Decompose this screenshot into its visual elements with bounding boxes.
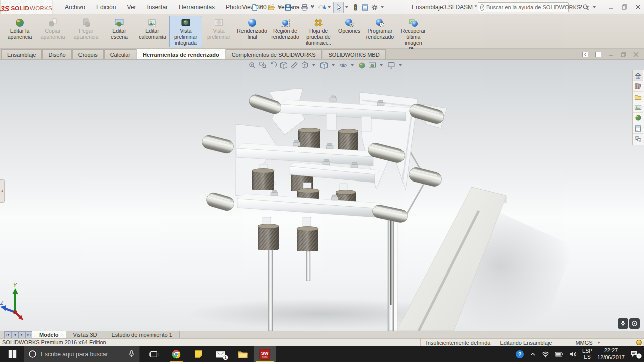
tab-calcular[interactable]: Calcular <box>104 49 136 59</box>
doc-restore-button[interactable] <box>621 50 626 59</box>
tab-diseno[interactable]: Diseño <box>42 49 71 59</box>
zoom-to-fit-button[interactable] <box>248 61 257 70</box>
microphone-icon[interactable] <box>128 350 135 358</box>
options-button[interactable] <box>370 2 379 13</box>
taskbar-sticky-notes[interactable] <box>187 346 209 362</box>
units-selector[interactable]: MMGS <box>556 339 621 346</box>
tab-scroll-3[interactable]: ►| <box>25 331 32 338</box>
help-tray-icon[interactable]: ? <box>515 350 524 359</box>
view-settings-button[interactable] <box>387 61 396 70</box>
view-settings-caret[interactable] <box>399 64 402 66</box>
ribbon-button-pegar-apariencia[interactable]: Pegar apariencia <box>69 16 103 42</box>
file-properties-button[interactable] <box>360 2 370 13</box>
graphics-area[interactable]: Y Z <box>0 60 644 331</box>
doc-minimize-button[interactable] <box>608 50 614 59</box>
taskbar-file-explorer[interactable] <box>231 346 254 362</box>
zoom-to-area-button[interactable] <box>258 61 267 70</box>
help-search-box[interactable]: ? Buscar en la ayuda de SOLIDWORKS <box>478 2 569 12</box>
taskpane-design-library[interactable] <box>633 81 643 92</box>
model-tab-estudio-de-movimiento-1[interactable]: Estudio de movimiento 1 <box>104 331 179 338</box>
taskpane-solidworks-resources[interactable] <box>633 70 643 81</box>
taskpane-file-explorer[interactable] <box>633 92 643 102</box>
ribbon-button-editar-la-apariencia[interactable]: Editar la apariencia <box>3 16 36 42</box>
ribbon-button-renderizado-final[interactable]: Renderizado final <box>235 16 269 42</box>
view-orientation-button[interactable] <box>300 61 309 70</box>
menu-insertar[interactable]: Insertar <box>142 2 172 13</box>
tab-croquis[interactable]: Croquis <box>72 49 104 59</box>
undo-caret[interactable] <box>328 6 331 8</box>
tab-ensamblaje[interactable]: Ensamblaje <box>1 49 42 59</box>
wifi-icon[interactable] <box>541 351 550 358</box>
section-view-button[interactable] <box>279 61 288 70</box>
undo-button[interactable] <box>316 2 326 13</box>
select-tool-caret[interactable] <box>345 6 348 8</box>
doc-close-button[interactable] <box>633 50 639 59</box>
volume-icon[interactable] <box>569 351 577 358</box>
taskbar-task-view[interactable] <box>143 346 165 362</box>
measure-button[interactable] <box>290 61 299 70</box>
view-orientation-caret[interactable] <box>312 64 315 66</box>
ribbon-button-editar-escena[interactable]: Editar escena <box>103 16 136 42</box>
language-indicator[interactable]: ESPES <box>582 348 592 360</box>
menu-herramientas[interactable]: Herramientas <box>174 2 219 13</box>
open-button[interactable] <box>266 2 276 13</box>
display-style-caret[interactable] <box>332 64 335 66</box>
ribbon-button-vista-preliminar-integrada[interactable]: Vista preliminar integrada <box>169 16 202 47</box>
search-caret[interactable] <box>593 6 596 8</box>
screen-lens-overlay-button[interactable] <box>629 318 640 329</box>
open-caret[interactable] <box>278 6 281 8</box>
close-button[interactable] <box>635 3 641 12</box>
start-button[interactable] <box>0 346 24 362</box>
taskpane-appearances-scenes[interactable] <box>633 113 643 123</box>
action-center-icon[interactable]: 1 <box>630 350 641 358</box>
tab-scroll-0[interactable]: |◄ <box>4 331 11 338</box>
menu-ver[interactable]: Ver <box>122 2 140 13</box>
rebuild-button[interactable] <box>351 2 360 13</box>
taskbar-chrome[interactable] <box>165 346 187 362</box>
save-caret[interactable] <box>294 6 297 8</box>
taskbar-search-box[interactable]: Escribe aquí para buscar <box>24 346 140 362</box>
3d-model-view[interactable]: Y Z <box>0 60 644 331</box>
model-tab-modelo[interactable]: Modelo <box>32 331 66 338</box>
ribbon-button-recuperar-ultima-imagen-re[interactable]: Recuperar última imagen re... <box>396 16 430 53</box>
display-style-button[interactable] <box>319 61 329 70</box>
apply-scene-button[interactable] <box>368 61 377 70</box>
tab-scroll-1[interactable]: ◄ <box>11 331 18 338</box>
previous-view-button[interactable] <box>269 61 278 70</box>
options-caret[interactable] <box>381 6 384 8</box>
hide-show-items-caret[interactable] <box>351 64 354 66</box>
ribbon-button-copiar-apariencia[interactable]: Copiar apariencia <box>36 16 69 42</box>
ribbon-button-hoja-de-prueba-de-iluminaci[interactable]: Hoja de prueba de iluminaci... <box>302 16 335 47</box>
ribbon-button-opciones[interactable]: Opciones <box>335 16 363 36</box>
microphone-overlay-button[interactable] <box>618 318 628 329</box>
taskbar-mail[interactable]: 1 <box>209 346 231 362</box>
battery-icon[interactable] <box>555 351 564 357</box>
apply-scene-caret[interactable] <box>380 64 383 66</box>
hide-show-items-button[interactable] <box>339 61 348 70</box>
new-document-caret[interactable] <box>261 6 264 8</box>
chevron-up-icon[interactable] <box>529 351 536 357</box>
help-menu[interactable]: ? <box>579 3 591 11</box>
menu-edicion[interactable]: Edición <box>92 2 120 13</box>
taskbar-solidworks[interactable]: SW2016 <box>254 346 276 362</box>
tab-scroll-2[interactable]: ► <box>18 331 25 338</box>
ribbon-button-region-de-renderizado[interactable]: Región de renderizado <box>269 16 302 42</box>
model-tab-vistas-3d[interactable]: Vistas 3D <box>66 331 105 338</box>
tab-solidworks-mbd[interactable]: SOLIDWORKS MBD <box>323 49 386 59</box>
clock[interactable]: 22:2712/06/2017 <box>597 347 625 361</box>
new-document-button[interactable] <box>250 2 259 13</box>
minimize-button[interactable] <box>608 3 614 12</box>
save-button[interactable] <box>283 2 293 13</box>
pane-right-icon[interactable] <box>595 50 601 59</box>
ribbon-button-vista-preliminar[interactable]: Vista preliminar <box>202 16 235 42</box>
tab-complementos-de-solidworks[interactable]: Complementos de SOLIDWORKS <box>226 49 322 59</box>
ribbon-button-programar-renderizado[interactable]: Programar renderizado <box>363 16 396 42</box>
quick-tips-icon[interactable] <box>636 340 642 345</box>
edit-appearance-button[interactable] <box>358 61 366 70</box>
taskpane-solidworks-forum[interactable] <box>633 134 643 144</box>
featuremanager-splitter[interactable] <box>0 179 5 203</box>
tab-herramientas-de-renderizado[interactable]: Herramientas de renderizado <box>137 49 225 59</box>
restore-button[interactable] <box>622 3 627 12</box>
taskpane-view-palette[interactable] <box>633 102 643 113</box>
ribbon-button-editar-calcomania[interactable]: Editar calcomanía <box>136 16 169 42</box>
